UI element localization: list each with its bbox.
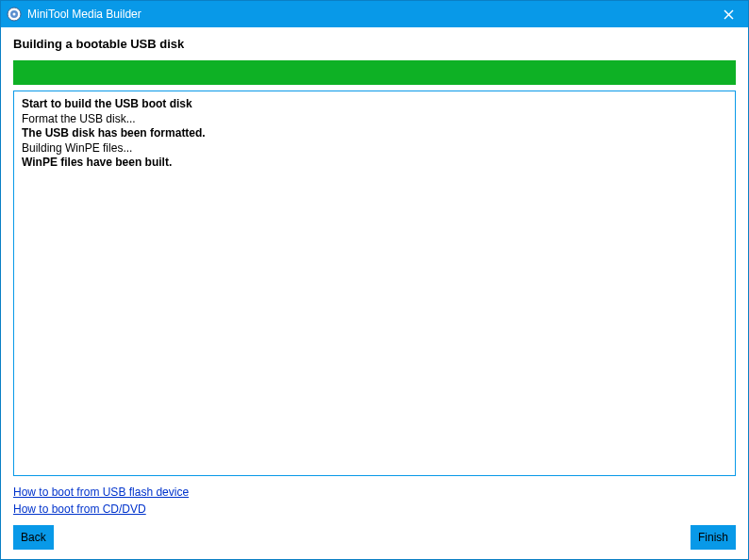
finish-button[interactable]: Finish [691, 525, 736, 550]
close-button[interactable] [714, 1, 742, 27]
log-line: Start to build the USB boot disk [22, 97, 727, 112]
progress-bar [13, 60, 736, 85]
log-line: The USB disk has been formatted. [22, 126, 727, 141]
app-window: MiniTool Media Builder Building a bootab… [0, 0, 749, 560]
log-line: WinPE files have been built. [22, 156, 727, 171]
content-area: Building a bootable USB disk Start to bu… [1, 27, 748, 559]
svg-point-2 [13, 13, 16, 16]
app-icon [7, 7, 22, 22]
help-links: How to boot from USB flash device How to… [13, 484, 736, 518]
link-boot-usb[interactable]: How to boot from USB flash device [13, 484, 736, 501]
back-button[interactable]: Back [13, 525, 54, 550]
link-boot-cd[interactable]: How to boot from CD/DVD [13, 501, 736, 518]
window-title: MiniTool Media Builder [27, 8, 714, 21]
page-heading: Building a bootable USB disk [13, 37, 736, 51]
log-line: Format the USB disk... [22, 112, 727, 127]
log-box: Start to build the USB boot disk Format … [13, 91, 736, 476]
footer-buttons: Back Finish [13, 525, 736, 550]
close-icon [724, 9, 734, 20]
titlebar: MiniTool Media Builder [1, 1, 748, 27]
log-line: Building WinPE files... [22, 141, 727, 156]
